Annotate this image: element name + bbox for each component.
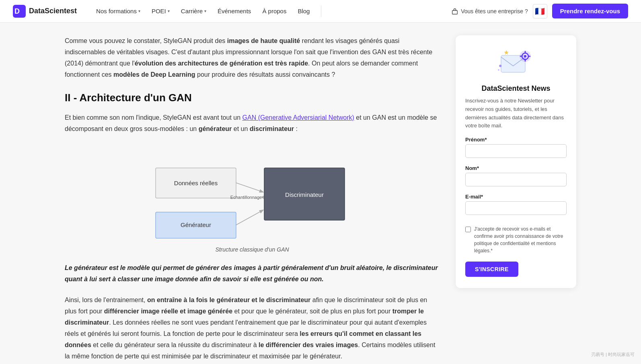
nav-links: Nos formations ▾ POEI ▾ Carrière ▾ Événe… bbox=[91, 4, 628, 18]
newsletter-title: DataScientest News bbox=[465, 84, 567, 93]
chevron-down-icon: ▾ bbox=[204, 9, 206, 13]
nav-carriere[interactable]: Carrière ▾ bbox=[176, 4, 211, 18]
consent-row: J'accepte de recevoir vos e-mails et con… bbox=[465, 225, 567, 254]
cta-button[interactable]: Prendre rendez-vous bbox=[552, 4, 628, 18]
article-para-2: Ainsi, lors de l'entrainement, on entraî… bbox=[65, 294, 440, 362]
chevron-down-icon: ▾ bbox=[138, 9, 140, 13]
enterprise-icon bbox=[451, 8, 458, 15]
enterprise-link[interactable]: Vous êtes une entreprise ? bbox=[451, 8, 528, 15]
language-flag[interactable]: 🇫🇷 bbox=[533, 4, 547, 18]
navbar: D DataScientest Nos formations ▾ POEI ▾ … bbox=[0, 0, 641, 22]
section-heading: II - Architecture d'un GAN bbox=[65, 92, 440, 104]
svg-rect-2 bbox=[452, 10, 458, 14]
newsletter-card: ★ DataScientest News Inscrivez-vous à no… bbox=[456, 35, 576, 288]
logo[interactable]: D DataScientest bbox=[13, 5, 77, 18]
newsletter-icon-wrap: ★ bbox=[465, 47, 567, 79]
nom-label: Nom* bbox=[465, 165, 567, 171]
svg-text:Discriminateur: Discriminateur bbox=[285, 191, 324, 198]
prenom-group: Prénom* bbox=[465, 137, 567, 164]
svg-text:Générateur: Générateur bbox=[181, 221, 211, 228]
nom-input[interactable] bbox=[465, 173, 567, 186]
gan-link[interactable]: GAN (Generative Adversiarial Network) bbox=[242, 114, 354, 121]
prenom-input[interactable] bbox=[465, 144, 567, 158]
nav-apropos[interactable]: À propos bbox=[257, 4, 291, 18]
svg-point-23 bbox=[499, 65, 501, 67]
svg-text:★: ★ bbox=[503, 49, 509, 56]
prenom-label: Prénom* bbox=[465, 137, 567, 143]
article-blockquote: Le générateur est le modèle qui permet d… bbox=[65, 262, 440, 285]
svg-line-9 bbox=[236, 183, 263, 192]
nav-divider bbox=[321, 6, 321, 17]
email-input[interactable] bbox=[465, 201, 567, 215]
email-group: E-mail* bbox=[465, 194, 567, 221]
svg-text:D: D bbox=[14, 7, 20, 15]
svg-point-24 bbox=[498, 69, 499, 71]
watermark: 刃易号 | 时尚玩家岳可 bbox=[591, 352, 635, 358]
newsletter-icon: ★ bbox=[498, 47, 534, 79]
svg-text:Echantillonnage: Echantillonnage bbox=[230, 195, 262, 200]
nav-blog[interactable]: Blog bbox=[293, 4, 314, 18]
diagram-caption: Structure classique d'un GAN bbox=[215, 246, 289, 253]
logo-text: DataScientest bbox=[29, 7, 77, 15]
nom-group: Nom* bbox=[465, 165, 567, 192]
svg-point-17 bbox=[524, 55, 526, 57]
nav-nos-formations[interactable]: Nos formations ▾ bbox=[91, 4, 145, 18]
sidebar: ★ DataScientest News Inscrivez-vous à no… bbox=[456, 35, 576, 288]
consent-label: J'accepte de recevoir vos e-mails et con… bbox=[474, 225, 567, 254]
subscribe-button[interactable]: S'INSCRIRE bbox=[465, 262, 518, 277]
email-label: E-mail* bbox=[465, 194, 567, 200]
nav-right: Vous êtes une entreprise ? 🇫🇷 Prendre re… bbox=[451, 4, 628, 18]
gan-diagram: Données réelles Discriminateur Générateu… bbox=[65, 146, 440, 253]
article-para-1: Et bien comme son nom l'indique, StyleGA… bbox=[65, 112, 440, 135]
chevron-down-icon: ▾ bbox=[168, 9, 170, 13]
main-content: Comme vous pouvez le constater, StyleGAN… bbox=[65, 35, 440, 364]
svg-line-10 bbox=[236, 210, 263, 225]
nav-poei[interactable]: POEI ▾ bbox=[147, 4, 175, 18]
page-layout: Comme vous pouvez le constater, StyleGAN… bbox=[55, 22, 586, 364]
consent-checkbox[interactable] bbox=[465, 227, 471, 232]
svg-text:Données réelles: Données réelles bbox=[174, 180, 218, 186]
nav-evenements[interactable]: Événements bbox=[213, 4, 256, 18]
article-intro: Comme vous pouvez le constater, StyleGAN… bbox=[65, 35, 440, 80]
diagram-svg: Données réelles Discriminateur Générateu… bbox=[144, 146, 361, 242]
newsletter-desc: Inscrivez-vous à notre Newsletter pour r… bbox=[465, 97, 567, 130]
logo-icon: D bbox=[13, 5, 26, 18]
diagram-svg-wrap: Données réelles Discriminateur Générateu… bbox=[144, 146, 361, 242]
